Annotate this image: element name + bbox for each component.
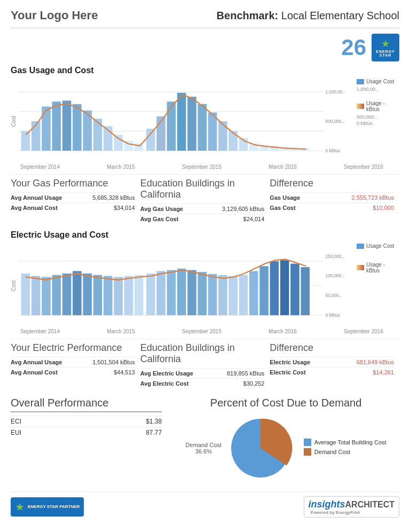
gas-edu-row-0: Avg Gas Usage 3,129,605 kBtus bbox=[140, 204, 265, 214]
svg-rect-51 bbox=[83, 273, 92, 315]
svg-rect-69 bbox=[270, 261, 279, 315]
gas-your-row-1: Avg Annual Cost $34,014 bbox=[11, 202, 135, 213]
pie-title: Percent of Cost Due to Demand bbox=[172, 397, 399, 409]
gas-diff-title: Difference bbox=[270, 178, 394, 189]
your-gas-title: Your Gas Performance bbox=[11, 178, 135, 189]
svg-rect-57 bbox=[146, 273, 155, 315]
svg-rect-25 bbox=[198, 104, 207, 151]
svg-rect-47 bbox=[42, 277, 51, 315]
overall-title: Overall Performance bbox=[11, 397, 162, 412]
svg-text:500,000..: 500,000.. bbox=[325, 119, 343, 124]
gas-cost-legend-color bbox=[357, 79, 364, 84]
elec-chart-legend: Usage Cost Usage - kBtus bbox=[357, 243, 399, 276]
insights-architect-logo: insightsARCHITECT Powered by EnergyPrint bbox=[304, 496, 399, 518]
svg-text:0 kBtus: 0 kBtus bbox=[325, 148, 340, 153]
gas-chart-svg: $6,000 $4,000 $2,000 $0 bbox=[19, 79, 352, 164]
svg-rect-62 bbox=[198, 272, 207, 315]
gas-chart-title: Gas Usage and Cost bbox=[11, 66, 399, 75]
overall-row-1: EUI 87.77 bbox=[11, 427, 162, 438]
svg-rect-71 bbox=[290, 264, 299, 316]
gas-x-labels: September 2014 March 2015 September 2015… bbox=[20, 164, 383, 170]
svg-text:0 kBtus: 0 kBtus bbox=[325, 313, 340, 318]
gas-section: Gas Usage and Cost Cost $6,000 $4,000 $2… bbox=[11, 66, 399, 224]
svg-rect-64 bbox=[218, 275, 227, 315]
page-footer: ★ ENERGY STAR PARTNER insightsARCHITECT … bbox=[11, 491, 399, 518]
elec-chart-svg: $4,000 $2,000 $0 bbox=[19, 243, 352, 328]
your-gas-col: Your Gas Performance Avg Annual Usage 5,… bbox=[11, 178, 140, 224]
svg-rect-28 bbox=[228, 131, 238, 151]
logo-text: Your Logo Here bbox=[11, 9, 98, 22]
svg-rect-53 bbox=[104, 276, 113, 316]
svg-rect-58 bbox=[156, 271, 165, 315]
bottom-section: Overall Performance ECI $1.38 EUI 87.77 … bbox=[11, 397, 399, 483]
edu-gas-col: Education Buildings in California Avg Ga… bbox=[140, 178, 270, 224]
elec-chart-title: Electric Usage and Cost bbox=[11, 230, 399, 240]
svg-rect-20 bbox=[146, 129, 155, 151]
your-elec-col: Your Electric Performance Avg Annual Usa… bbox=[11, 342, 140, 388]
gas-legend-kbtus: Usage - kBtus bbox=[357, 100, 399, 112]
svg-rect-56 bbox=[135, 275, 144, 315]
svg-rect-55 bbox=[124, 276, 133, 316]
gas-performance-section: Your Gas Performance Avg Annual Usage 5,… bbox=[11, 174, 399, 224]
svg-rect-8 bbox=[21, 131, 30, 151]
star-icon: ★ bbox=[381, 38, 390, 50]
elec-diff-title: Difference bbox=[270, 342, 394, 354]
svg-text:50,000..: 50,000.. bbox=[325, 293, 341, 298]
pie-legend-demand: Demand Cost bbox=[304, 448, 387, 456]
svg-rect-27 bbox=[218, 121, 227, 151]
svg-rect-15 bbox=[93, 119, 102, 151]
svg-rect-11 bbox=[52, 101, 61, 151]
svg-rect-59 bbox=[167, 270, 176, 316]
gas-diff-row-0: Gas Usage 2,555,723 kBtus bbox=[270, 192, 394, 202]
energy-score: 26 bbox=[341, 35, 366, 60]
svg-rect-49 bbox=[62, 273, 72, 315]
pie-legend-building: Average Total Building Cost bbox=[304, 439, 387, 446]
gas-chart-legend: Usage Cost 1,000,00.. Usage - kBtus 500,… bbox=[357, 79, 399, 126]
pie-demand-color bbox=[304, 448, 311, 456]
elec-your-row-1: Avg Annual Cost $44,513 bbox=[11, 367, 135, 377]
gas-diff-col: Difference Gas Usage 2,555,723 kBtus Gas… bbox=[270, 178, 399, 224]
footer-energy-star-text: ENERGY STAR PARTNER bbox=[28, 504, 80, 510]
elec-legend-kbtus: Usage - kBtus bbox=[357, 262, 399, 273]
svg-rect-65 bbox=[228, 276, 238, 316]
page-header: Your Logo Here Benchmark: Local Elementa… bbox=[11, 9, 399, 28]
powered-by-text: Powered by EnergyPrint bbox=[311, 510, 395, 515]
svg-rect-13 bbox=[73, 104, 82, 151]
gas-your-row-0: Avg Annual Usage 5,685,328 kBtus bbox=[11, 192, 135, 202]
svg-rect-10 bbox=[42, 106, 51, 151]
gas-y-label: Cost bbox=[11, 116, 17, 127]
gas-legend-cost: Usage Cost bbox=[357, 79, 399, 84]
elec-diff-row-0: Electric Usage 681,649 kBtus bbox=[270, 357, 394, 367]
svg-rect-54 bbox=[114, 277, 123, 315]
svg-text:150,000..: 150,000.. bbox=[325, 254, 343, 259]
demand-label: Demand Cost36.6% bbox=[186, 442, 222, 455]
elec-section: Electric Usage and Cost Cost $4,000 $2,0… bbox=[11, 230, 399, 388]
elec-performance-section: Your Electric Performance Avg Annual Usa… bbox=[11, 339, 399, 388]
svg-rect-24 bbox=[187, 97, 196, 151]
elec-kbtus-legend-color bbox=[357, 265, 364, 270]
svg-rect-12 bbox=[62, 100, 72, 151]
gas-diff-row-1: Gas Cost $10,000 bbox=[270, 202, 394, 213]
edu-elec-col: Education Buildings in California Avg El… bbox=[140, 342, 270, 388]
gas-edu-row-1: Avg Gas Cost $24,014 bbox=[140, 214, 265, 224]
svg-rect-68 bbox=[259, 266, 269, 315]
svg-rect-17 bbox=[114, 135, 123, 151]
elec-edu-row-0: Avg Electric Usage 819,855 kBtus bbox=[140, 368, 265, 378]
svg-rect-66 bbox=[239, 275, 248, 315]
pie-legend: Average Total Building Cost Demand Cost bbox=[304, 439, 387, 458]
svg-text:100,000..: 100,000.. bbox=[325, 273, 343, 278]
benchmark-text: Benchmark: Local Elementary School bbox=[217, 10, 399, 22]
elec-diff-row-1: Electric Cost $14,261 bbox=[270, 367, 394, 377]
elec-chart-container: Cost $4,000 $2,000 $0 bbox=[11, 243, 399, 328]
svg-rect-63 bbox=[208, 274, 217, 315]
pie-container: Demand Cost36.6% Average Total Building … bbox=[172, 413, 399, 483]
insights-text: insights bbox=[309, 499, 345, 510]
svg-rect-61 bbox=[187, 270, 196, 316]
svg-rect-19 bbox=[135, 143, 144, 151]
elec-y-label: Cost bbox=[11, 280, 17, 292]
overall-row-0: ECI $1.38 bbox=[11, 416, 162, 427]
gas-chart-container: Cost $6,000 $4,000 $2,000 $0 bbox=[11, 79, 399, 164]
pie-building-color bbox=[304, 439, 311, 446]
architect-text: ARCHITECT bbox=[345, 500, 395, 509]
svg-rect-22 bbox=[167, 101, 176, 151]
